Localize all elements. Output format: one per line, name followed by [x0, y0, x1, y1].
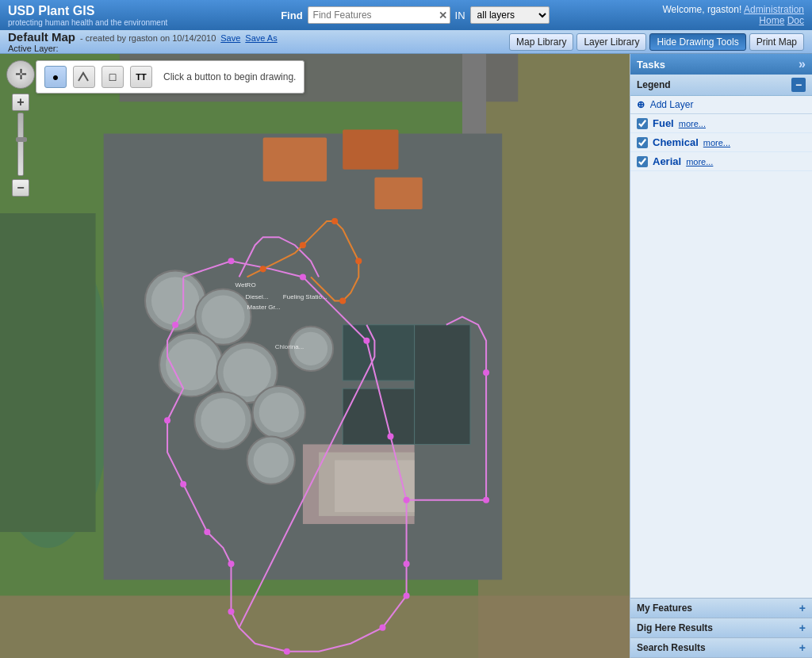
svg-point-45 [180, 481, 186, 488]
map-title-row: Default Map - created by rgaston on 10/1… [8, 30, 278, 44]
svg-point-49 [483, 369, 489, 376]
legend-items: Fuel more... Chemical more... Aerial mor… [630, 114, 812, 171]
svg-point-27 [254, 442, 289, 477]
map-toolbar-buttons: Map Library Layer Library Hide Drawing T… [509, 33, 804, 51]
svg-point-54 [339, 298, 346, 304]
draw-polygon-button[interactable]: □ [102, 66, 124, 88]
map-library-button[interactable]: Map Library [509, 33, 573, 51]
dig-here-panel: Dig Here Results + [630, 618, 812, 638]
aerial-checkbox[interactable] [637, 156, 648, 167]
my-features-panel: My Features + [630, 599, 812, 618]
legend-header: Legend − [630, 75, 812, 96]
svg-rect-4 [0, 595, 630, 658]
svg-rect-32 [415, 325, 470, 445]
svg-point-52 [331, 218, 338, 224]
svg-rect-2 [0, 213, 96, 532]
dig-here-expand-icon: + [799, 622, 806, 634]
draw-hint: Click a button to begin drawing. [163, 71, 296, 82]
search-results-header[interactable]: Search Results + [630, 638, 812, 657]
home-link[interactable]: Home [759, 15, 784, 26]
compass-button[interactable]: ✛ [6, 60, 35, 89]
saveas-link[interactable]: Save As [245, 33, 277, 43]
legend-collapse-button[interactable]: − [791, 78, 806, 92]
svg-point-40 [379, 625, 385, 631]
my-features-header[interactable]: My Features + [630, 599, 812, 618]
svg-point-41 [284, 648, 290, 655]
svg-point-53 [355, 258, 362, 264]
aerial-more-link[interactable]: more... [686, 157, 713, 166]
search-results-expand-icon: + [799, 641, 806, 654]
admin-link[interactable]: Administration [744, 4, 804, 15]
zoom-slider[interactable] [17, 113, 24, 176]
add-layer-icon: ⊕ [637, 99, 645, 110]
save-link[interactable]: Save [220, 33, 240, 43]
map-area[interactable]: WetRO Diesel... Master Gr... Fueling Sta… [0, 54, 630, 658]
legend-title: Legend [637, 79, 671, 90]
map-toolbar: Default Map - created by rgaston on 10/1… [0, 30, 812, 54]
svg-rect-9 [343, 129, 398, 169]
active-layer: Active Layer: [8, 44, 278, 53]
zoom-in-button[interactable]: + [12, 94, 29, 111]
right-panel: Tasks » Legend − ⊕ Add Layer Fuel more..… [630, 54, 812, 658]
print-map-button[interactable]: Print Map [749, 33, 804, 51]
chemical-more-link[interactable]: more... [703, 138, 730, 147]
svg-point-43 [228, 560, 234, 567]
plant-map-svg: WetRO Diesel... Master Gr... Fueling Sta… [0, 54, 630, 658]
draw-text-button[interactable]: TT [130, 66, 152, 88]
svg-point-42 [228, 609, 234, 615]
svg-point-35 [363, 338, 370, 344]
svg-rect-30 [343, 325, 414, 381]
svg-point-37 [404, 497, 410, 503]
layer-library-button[interactable]: Layer Library [576, 33, 646, 51]
find-input[interactable] [308, 6, 450, 24]
dig-here-header[interactable]: Dig Here Results + [630, 618, 812, 637]
svg-point-50 [260, 266, 266, 272]
chemical-layer-name: Chemical [653, 136, 699, 148]
find-clear-icon[interactable]: ✕ [439, 10, 447, 21]
svg-point-33 [228, 258, 234, 264]
svg-point-48 [483, 497, 489, 503]
panel-spacer [630, 171, 812, 598]
search-results-title: Search Results [637, 642, 706, 653]
hide-drawing-tools-button[interactable]: Hide Drawing Tools [649, 33, 745, 51]
map-title: Default Map [8, 30, 75, 44]
svg-point-39 [404, 592, 410, 599]
fuel-layer-name: Fuel [653, 117, 674, 129]
svg-point-17 [201, 296, 244, 339]
svg-text:Diesel...: Diesel... [246, 293, 269, 300]
layer-select[interactable]: all layers Fuel Chemical Aerial [470, 6, 550, 24]
dig-here-title: Dig Here Results [637, 622, 713, 633]
zoom-out-button[interactable]: − [12, 179, 29, 197]
doc-link[interactable]: Doc [787, 15, 804, 26]
bottom-panels: My Features + Dig Here Results + Search … [630, 598, 812, 658]
drawing-toolbar: ● □ TT Click a button to begin drawing. [36, 60, 304, 94]
svg-point-23 [201, 398, 245, 442]
draw-point-button[interactable]: ● [44, 66, 67, 88]
svg-rect-10 [374, 178, 422, 209]
chemical-checkbox[interactable] [637, 137, 648, 148]
tasks-label: Tasks [637, 59, 665, 71]
fuel-more-link[interactable]: more... [679, 119, 706, 128]
draw-line-button[interactable] [73, 66, 95, 88]
svg-text:Fueling Statio...: Fueling Statio... [283, 293, 327, 300]
map-subtitle: - created by rgaston on 10/14/2010 [80, 33, 216, 43]
tasks-expand-icon[interactable]: » [799, 57, 806, 71]
svg-point-46 [164, 417, 170, 423]
main-content: WetRO Diesel... Master Gr... Fueling Sta… [0, 54, 812, 658]
aerial-layer-name: Aerial [653, 155, 681, 167]
fuel-checkbox[interactable] [637, 118, 648, 129]
svg-rect-8 [263, 138, 327, 182]
in-label: IN [455, 10, 465, 21]
search-bar: Find ✕ IN all layers Fuel Chemical Aeria… [281, 6, 549, 24]
zoom-handle[interactable] [16, 137, 27, 142]
find-input-wrapper: ✕ [308, 6, 450, 24]
svg-text:Chlorina...: Chlorina... [275, 343, 304, 350]
legend-item-chemical: Chemical more... [630, 133, 812, 152]
svg-text:Master Gr...: Master Gr... [247, 304, 281, 311]
svg-point-25 [259, 392, 299, 432]
svg-rect-31 [343, 388, 414, 444]
svg-point-19 [166, 339, 216, 390]
add-layer-link[interactable]: Add Layer [650, 99, 694, 110]
svg-point-51 [300, 242, 306, 248]
svg-point-47 [172, 322, 178, 328]
